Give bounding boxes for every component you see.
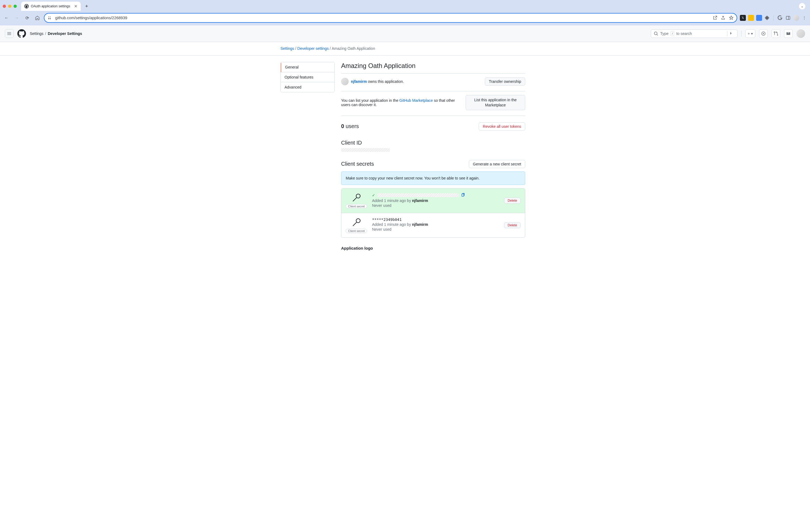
chrome-menu-icon[interactable]: ⋮	[801, 15, 807, 21]
client-secrets-list: Client secret ✓ Added 1 minute ago by nj…	[341, 188, 525, 238]
check-icon: ✓	[372, 193, 375, 197]
svg-rect-2	[48, 18, 49, 19]
search-placeholder-suffix: to search	[676, 31, 692, 36]
window-controls	[3, 5, 17, 8]
secret-added-meta: Added 1 minute ago by njfamirm	[372, 198, 499, 203]
svg-rect-4	[786, 16, 790, 19]
secret-label: Client secret	[346, 229, 367, 233]
back-button[interactable]: ←	[3, 14, 10, 22]
transfer-ownership-button[interactable]: Transfer ownership	[485, 77, 525, 85]
svg-point-8	[356, 194, 360, 198]
create-new-button[interactable]: + ▾	[745, 29, 755, 38]
marketplace-text: You can list your application in the Git…	[341, 98, 460, 107]
owner-link[interactable]: njfamirm	[351, 79, 367, 84]
browser-chrome: OAuth application settings ✕ + ⌄ ← → ⟳ g…	[0, 0, 810, 26]
list-marketplace-button[interactable]: List this application in the Marketplace	[466, 95, 525, 110]
secret-value-masked: *****2349b041	[372, 217, 499, 222]
svg-point-9	[356, 219, 360, 223]
users-count: 0 users	[341, 123, 359, 129]
page-title: Amazing Oath Application	[341, 62, 525, 69]
pull-requests-button[interactable]	[772, 29, 780, 38]
github-favicon	[25, 4, 29, 9]
owner-suffix: owns this application.	[367, 79, 404, 84]
secret-used-meta: Never used	[372, 203, 499, 208]
svg-rect-3	[50, 18, 51, 19]
google-icon[interactable]	[777, 15, 783, 21]
flash-message: Make sure to copy your new client secret…	[341, 172, 525, 185]
breadcrumb-settings-link[interactable]: Settings	[280, 46, 294, 51]
extension-icon[interactable]	[756, 15, 762, 21]
sidepanel-icon[interactable]	[785, 15, 791, 21]
key-icon	[352, 193, 361, 203]
page-breadcrumb: Settings / Developer settings / Amazing …	[280, 42, 530, 55]
window-minimize[interactable]	[8, 5, 11, 8]
breadcrumb-settings[interactable]: Settings	[30, 31, 44, 36]
command-palette-icon[interactable]	[727, 31, 734, 36]
tabs-dropdown[interactable]: ⌄	[799, 3, 806, 10]
notifications-button[interactable]	[784, 29, 793, 38]
application-logo-heading: Application logo	[341, 246, 525, 251]
extension-icon[interactable]: 𝕏	[740, 15, 746, 21]
owner-text: njfamirm owns this application.	[351, 79, 404, 84]
header-breadcrumb: Settings / Developer Settings	[30, 31, 82, 36]
open-new-icon[interactable]	[712, 15, 718, 20]
address-row: ← → ⟳ github.com/settings/applications/2…	[0, 11, 810, 26]
site-info-icon[interactable]	[47, 15, 52, 20]
tab-title: OAuth application settings	[31, 4, 72, 8]
svg-point-7	[763, 33, 764, 34]
window-close[interactable]	[3, 5, 6, 8]
search-placeholder-prefix: Type	[660, 31, 668, 36]
new-tab-button[interactable]: +	[83, 2, 91, 10]
client-id-heading: Client ID	[341, 140, 525, 146]
close-icon[interactable]: ✕	[74, 4, 78, 9]
window-fullscreen[interactable]	[14, 5, 17, 8]
client-secret-row: Client secret *****2349b041 Added 1 minu…	[341, 213, 525, 238]
marketplace-link[interactable]: GitHub Marketplace	[399, 98, 433, 102]
secret-label: Client secret	[346, 204, 367, 208]
client-id-value	[341, 148, 390, 152]
chrome-profile-avatar[interactable]	[793, 15, 799, 21]
address-bar[interactable]: github.com/settings/applications/2268939	[44, 13, 737, 23]
extension-icons: 𝕏 ⋮	[740, 15, 807, 21]
extensions-menu-icon[interactable]	[764, 15, 770, 21]
svg-point-1	[50, 17, 51, 17]
github-logo[interactable]	[17, 29, 26, 38]
svg-point-0	[48, 17, 49, 17]
url-text: github.com/settings/applications/2268939	[55, 16, 710, 20]
issues-button[interactable]	[759, 29, 768, 38]
breadcrumb-current: Developer Settings	[48, 31, 82, 36]
sidebar-item-optional[interactable]: Optional features	[281, 72, 334, 82]
browser-tab[interactable]: OAuth application settings ✕	[21, 2, 81, 11]
copy-icon[interactable]	[461, 193, 465, 198]
extension-icon[interactable]	[748, 15, 754, 21]
user-avatar[interactable]	[796, 29, 805, 38]
home-button[interactable]	[34, 14, 41, 22]
forward-button[interactable]: →	[13, 14, 20, 22]
sidebar-item-advanced[interactable]: Advanced	[281, 82, 334, 92]
github-header: Settings / Developer Settings Type / to …	[0, 26, 810, 42]
secret-added-meta: Added 1 minute ago by njfamirm	[372, 222, 499, 227]
search-input[interactable]: Type / to search	[651, 30, 738, 38]
reload-button[interactable]: ⟳	[23, 14, 31, 22]
delete-secret-button[interactable]: Delete	[504, 222, 521, 228]
secret-value-redacted	[377, 193, 459, 197]
bookmark-icon[interactable]	[729, 15, 734, 20]
tab-bar: OAuth application settings ✕ + ⌄	[0, 0, 810, 11]
breadcrumb-current: Amazing Oath Application	[331, 46, 375, 51]
nav-menu-button[interactable]	[5, 29, 14, 38]
breadcrumb-sep: /	[45, 31, 46, 36]
slash-key-icon: /	[670, 31, 674, 36]
secret-used-meta: Never used	[372, 227, 499, 231]
chevron-down-icon: ▾	[751, 31, 753, 36]
generate-secret-button[interactable]: Generate a new client secret	[469, 160, 525, 168]
owner-avatar[interactable]	[341, 78, 349, 85]
search-icon	[654, 31, 658, 36]
delete-secret-button[interactable]: Delete	[504, 198, 521, 204]
sidebar-item-general[interactable]: General	[281, 62, 334, 72]
breadcrumb-devsettings-link[interactable]: Developer settings	[297, 46, 329, 51]
side-nav: General Optional features Advanced	[280, 62, 335, 251]
share-icon[interactable]	[720, 15, 726, 20]
main-content: Amazing Oath Application njfamirm owns t…	[341, 62, 525, 251]
revoke-tokens-button[interactable]: Revoke all user tokens	[479, 123, 525, 130]
plus-icon: +	[748, 31, 750, 36]
